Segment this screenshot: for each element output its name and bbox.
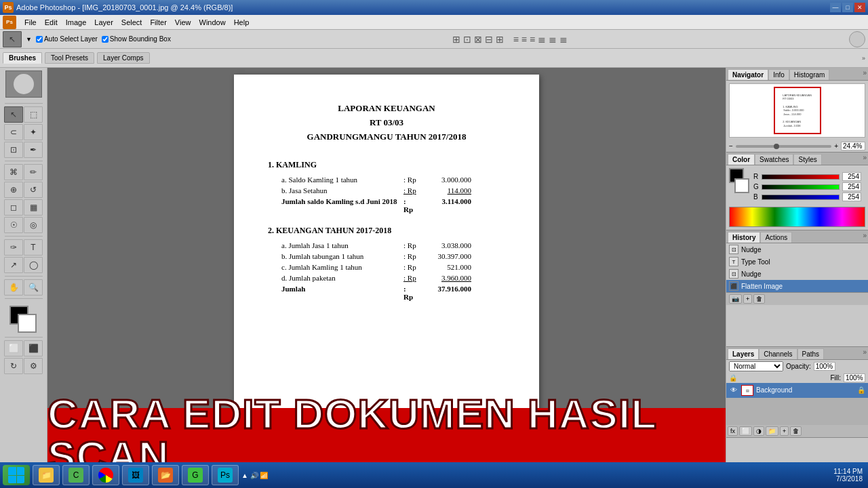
blend-mode-select[interactable]: Normal Multiply Screen xyxy=(729,361,783,371)
b-slider[interactable] xyxy=(762,195,840,200)
background-color[interactable] xyxy=(18,314,37,333)
dodge-tool[interactable]: ☉ xyxy=(4,217,23,233)
move-tool[interactable]: ↖ xyxy=(4,106,23,123)
menu-window[interactable]: Window xyxy=(195,17,230,28)
taskbar-psapp[interactable]: Ps xyxy=(212,465,239,485)
taskbar-chrome[interactable] xyxy=(92,465,119,485)
minimize-button[interactable]: — xyxy=(830,3,841,12)
zoom-tool[interactable]: 🔍 xyxy=(24,279,43,296)
r-value[interactable]: 254 xyxy=(842,172,861,181)
history-item-nudge1[interactable]: ⊡ Nudge xyxy=(726,243,868,256)
tab-brushes[interactable]: Brushes xyxy=(3,52,42,64)
history-expand-arrow[interactable]: » xyxy=(863,232,867,243)
lasso-tool[interactable]: ⊂ xyxy=(4,124,23,140)
taskbar-photos[interactable]: 🖼 xyxy=(122,465,149,485)
color-ramp[interactable] xyxy=(729,207,865,227)
layer-new-btn[interactable]: + xyxy=(780,426,789,436)
close-button[interactable]: ✕ xyxy=(854,3,865,12)
extra-tool[interactable]: ⚙ xyxy=(24,358,43,374)
layer-group-btn[interactable]: 📁 xyxy=(766,426,778,436)
zoom-in-icon[interactable]: + xyxy=(834,142,838,150)
layer-adjustment-btn[interactable]: ◑ xyxy=(753,426,764,436)
color-swatches[interactable] xyxy=(7,303,41,333)
healing-brush-tool[interactable]: ⌘ xyxy=(4,164,23,180)
auto-select-checkbox[interactable]: Auto Select Layer xyxy=(36,35,98,43)
color-expand-arrow[interactable]: » xyxy=(863,154,867,165)
opacity-input[interactable] xyxy=(814,362,835,371)
history-snapshot-btn[interactable]: 📷 xyxy=(729,294,742,304)
tab-channels[interactable]: Channels xyxy=(759,348,797,359)
doc-row: b. Jasa Setahun : Rp 114.000 xyxy=(268,186,505,195)
zoom-out-icon[interactable]: − xyxy=(729,142,733,150)
history-item-nudge2[interactable]: ⊡ Nudge xyxy=(726,268,868,280)
layer-style-btn[interactable]: fx xyxy=(728,426,738,436)
history-new-state-btn[interactable]: + xyxy=(743,294,752,304)
history-brush-tool[interactable]: ↺ xyxy=(24,182,43,198)
menu-view[interactable]: View xyxy=(171,17,195,28)
start-button[interactable] xyxy=(3,465,30,485)
type-tool[interactable]: T xyxy=(24,239,43,256)
menu-layer[interactable]: Layer xyxy=(90,17,117,28)
tab-swatches[interactable]: Swatches xyxy=(755,154,793,165)
layers-expand-arrow[interactable]: » xyxy=(863,348,867,359)
tab-actions[interactable]: Actions xyxy=(760,232,792,243)
tab-layer-comps[interactable]: Layer Comps xyxy=(97,52,149,64)
marquee-tool[interactable]: ⬚ xyxy=(24,106,43,123)
layer-background-row[interactable]: 👁 ▤ Background 🔒 xyxy=(726,383,868,398)
tab-styles[interactable]: Styles xyxy=(793,154,821,165)
bounding-box-checkbox[interactable]: Show Bounding Box xyxy=(102,35,171,43)
b-value[interactable]: 254 xyxy=(842,192,861,201)
gradient-tool[interactable]: ▦ xyxy=(24,199,43,216)
zoom-slider[interactable] xyxy=(736,145,831,148)
taskbar-files[interactable]: 📂 xyxy=(152,465,179,485)
eyedropper-tool[interactable]: ✒ xyxy=(24,142,43,158)
fill-input[interactable] xyxy=(844,373,865,382)
layer-delete-btn[interactable]: 🗑 xyxy=(790,426,802,436)
r-slider[interactable] xyxy=(762,174,840,180)
eraser-tool[interactable]: ◻ xyxy=(4,199,23,216)
brush-preset-btn[interactable] xyxy=(849,31,865,47)
taskbar-greenapp[interactable]: G xyxy=(182,465,209,485)
blur-tool[interactable]: ◎ xyxy=(24,217,43,233)
menu-image[interactable]: Image xyxy=(62,17,91,28)
menu-filter[interactable]: Filter xyxy=(146,17,170,28)
screen-mode-tool[interactable]: ⬛ xyxy=(24,340,43,357)
tab-info[interactable]: Info xyxy=(768,69,789,80)
shape-tool[interactable]: ◯ xyxy=(24,257,43,273)
move-tool-icon[interactable]: ↖ xyxy=(3,31,22,47)
tab-paths[interactable]: Paths xyxy=(797,348,825,359)
tab-histogram[interactable]: Histogram xyxy=(789,69,830,80)
layer-visibility-eye[interactable]: 👁 xyxy=(729,386,738,395)
tab-tool-presets[interactable]: Tool Presets xyxy=(45,52,94,64)
tab-color[interactable]: Color xyxy=(728,154,755,165)
path-selection-tool[interactable]: ↗ xyxy=(4,257,23,273)
menu-select[interactable]: Select xyxy=(117,17,146,28)
crop-tool[interactable]: ⊡ xyxy=(4,142,23,158)
taskbar-chrome-green[interactable]: C xyxy=(62,465,90,485)
tab-navigator[interactable]: Navigator xyxy=(728,69,768,80)
pen-tool[interactable]: ✑ xyxy=(4,239,23,256)
maximize-button[interactable]: □ xyxy=(842,3,853,12)
tab-layers[interactable]: Layers xyxy=(728,348,759,359)
menu-file[interactable]: File xyxy=(20,17,41,28)
clone-stamp-tool[interactable]: ⊕ xyxy=(4,182,23,198)
rotate-view-tool[interactable]: ↻ xyxy=(4,358,23,374)
g-value[interactable]: 254 xyxy=(842,182,861,191)
menu-edit[interactable]: Edit xyxy=(41,17,62,28)
g-slider[interactable] xyxy=(762,184,840,190)
hand-tool[interactable]: ✋ xyxy=(4,279,23,296)
menu-help[interactable]: Help xyxy=(230,17,254,28)
history-delete-btn[interactable]: 🗑 xyxy=(753,294,765,304)
brushes-collapse-arrow[interactable]: » xyxy=(862,55,865,62)
quick-mask-tool[interactable]: ⬜ xyxy=(4,340,23,357)
taskbar-explorer[interactable]: 📁 xyxy=(33,465,60,485)
layer-mask-btn[interactable]: ⬜ xyxy=(739,426,752,436)
panel-expand-arrow[interactable]: » xyxy=(863,69,867,80)
section1-title: 1. KAMLING xyxy=(268,160,505,170)
history-item-type[interactable]: T Type Tool xyxy=(726,256,868,268)
magic-wand-tool[interactable]: ✦ xyxy=(24,124,43,140)
tab-history[interactable]: History xyxy=(728,232,760,243)
brush-tool[interactable]: ✏ xyxy=(24,164,43,180)
bg-color-swatch[interactable] xyxy=(734,178,749,193)
history-item-flatten[interactable]: ⬛ Flatten Image xyxy=(726,280,868,292)
